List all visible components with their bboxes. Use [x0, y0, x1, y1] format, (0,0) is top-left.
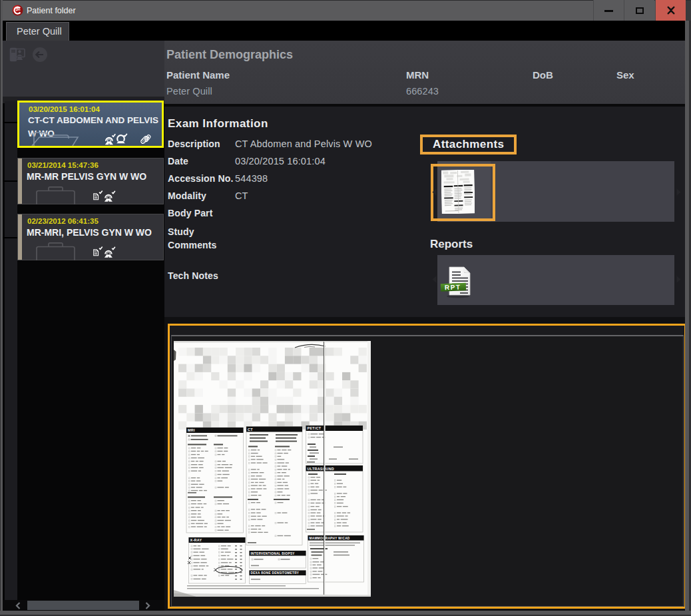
- svg-text:RPT: RPT: [445, 283, 461, 291]
- svg-text:ULTRASOUND: ULTRASOUND: [308, 467, 334, 471]
- svg-text:PET/CT: PET/CT: [308, 426, 322, 430]
- svg-text:MRI: MRI: [188, 428, 195, 432]
- svg-text:INTERVENTIONAL BIOPSY: INTERVENTIONAL BIOPSY: [251, 552, 296, 555]
- svg-text:CT: CT: [248, 428, 253, 432]
- svg-text:MAMMOGRAPHY W/CAD: MAMMOGRAPHY W/CAD: [310, 537, 350, 540]
- svg-text:DEXA BONE DENSITOMETRY: DEXA BONE DENSITOMETRY: [251, 571, 300, 575]
- svg-text:X-RAY: X-RAY: [190, 538, 202, 542]
